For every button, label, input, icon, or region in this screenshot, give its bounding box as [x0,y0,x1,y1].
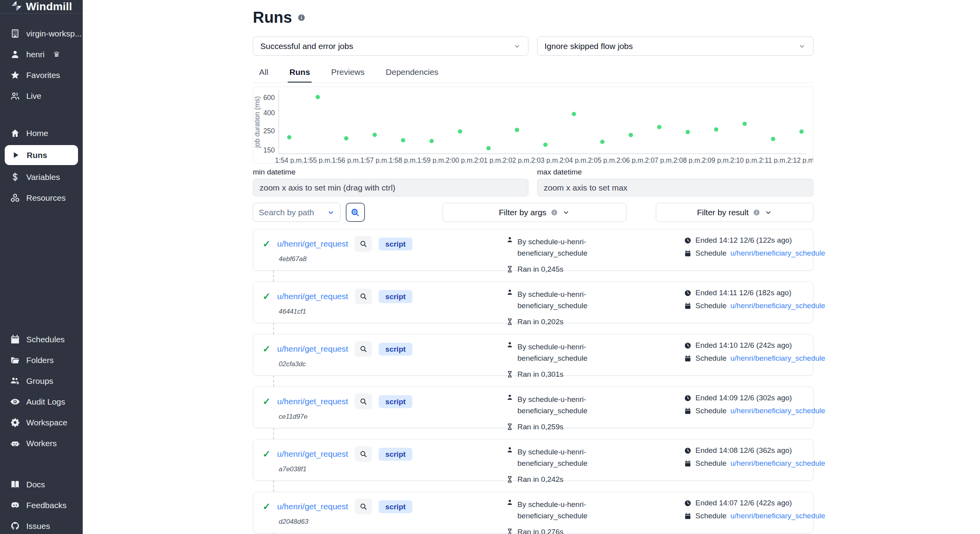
tab-dependencies[interactable]: Dependencies [384,64,440,82]
sidebar-item-runs[interactable]: Runs [5,145,78,165]
svg-text:job duration (ms): job duration (ms) [253,96,261,148]
run-path-link[interactable]: u/henri/get_request [277,449,348,459]
filter-by-args-button[interactable]: Filter by args [443,203,626,222]
run-card-right: Ended 14:07 12/6 (422s ago) Schedule u/h… [684,499,825,534]
sidebar-item-workspace-settings[interactable]: Workspace [0,412,83,433]
audit-logs-label: Audit Logs [26,397,65,407]
folders-label: Folders [26,356,54,365]
brand-header[interactable]: Windmill [0,0,83,14]
sidebar-item-schedules[interactable]: Schedules [0,329,83,350]
run-duration-text: Ran in 0,242s [517,475,563,484]
run-card-left: ✓ u/henri/get_request script d2048d63 [263,499,506,534]
sidebar-item-workspace[interactable]: virgin-worksp... [0,23,83,44]
success-check-icon: ✓ [263,239,270,249]
run-id: ce11d97e [279,413,506,421]
chevron-down-icon [764,209,772,216]
run-card[interactable]: ✓ u/henri/get_request script d2048d63 By… [253,492,813,533]
sidebar-item-live[interactable]: Live [0,85,83,106]
sidebar-item-issues[interactable]: Issues [0,516,83,534]
magnifier-icon [359,450,367,458]
filter-by-result-button[interactable]: Filter by result [656,203,813,222]
run-card[interactable]: ✓ u/henri/get_request script a7e038f1 By… [253,439,813,481]
svg-text:2:08 p.m.: 2:08 p.m. [673,156,702,163]
schedule-path-link[interactable]: u/henri/beneficiary_schedule [730,512,825,520]
search-icon [350,208,360,217]
job-duration-chart[interactable]: 1502504006001:54 p.m.1:55 p.m.1:56 p.m.1… [253,87,813,164]
sidebar-item-docs[interactable]: Docs [0,474,83,495]
resources-label: Resources [26,193,65,203]
job-kind-badge: script [379,238,412,251]
sidebar-item-feedbacks[interactable]: Feedbacks [0,495,83,516]
run-path-link[interactable]: u/henri/get_request [277,344,348,354]
run-id: 4ebf67a8 [279,255,506,263]
schedule-path-link[interactable]: u/henri/beneficiary_schedule [730,302,825,310]
schedule-path-link[interactable]: u/henri/beneficiary_schedule [730,459,825,468]
schedule-path-link[interactable]: u/henri/beneficiary_schedule [730,249,825,258]
brand-name: Windmill [26,0,72,13]
variables-label: Variables [26,173,60,182]
run-card-middle: By schedule-u-henri-beneficiary_schedule… [506,394,684,431]
success-check-icon: ✓ [263,344,270,354]
magnifier-icon [359,503,367,510]
sidebar-item-resources[interactable]: Resources [0,187,83,208]
inspect-run-button[interactable] [355,446,372,462]
sidebar-item-workers[interactable]: Workers [0,433,83,454]
run-path-link[interactable]: u/henri/get_request [277,502,348,511]
ended-text: Ended 14:11 12/6 (182s ago) [695,289,791,297]
skipped-flows-select[interactable]: Ignore skipped flow jobs [537,36,813,56]
schedule-path-link[interactable]: u/henri/beneficiary_schedule [730,407,825,415]
runs-list: ✓ u/henri/get_request script 4ebf67a8 By… [253,229,813,534]
svg-text:1:56 p.m.: 1:56 p.m. [332,156,361,163]
clock-icon [684,342,691,349]
inspect-run-button[interactable] [355,499,372,514]
svg-text:2:12 p.m.: 2:12 p.m. [787,156,813,163]
ended-text: Ended 14:07 12/6 (422s ago) [695,499,792,507]
search-button[interactable] [346,203,365,222]
success-check-icon: ✓ [263,397,270,406]
tab-runs[interactable]: Runs [288,64,312,83]
sidebar-item-groups[interactable]: Groups [0,371,83,391]
inspect-run-button[interactable] [355,289,372,304]
run-path-link[interactable]: u/henri/get_request [277,292,348,301]
search-by-path-select[interactable]: Search by path [253,203,341,222]
sidebar-item-favorites[interactable]: Favorites [0,65,83,85]
run-card-right: Ended 14:10 12/6 (242s ago) Schedule u/h… [684,341,825,379]
hourglass-icon [506,528,514,534]
sidebar-item-home[interactable]: Home [0,123,83,143]
inspect-run-button[interactable] [355,394,372,409]
max-datetime-label: max datetime [537,168,813,176]
tab-all[interactable]: All [258,64,270,82]
run-card-left: ✓ u/henri/get_request script 4ebf67a8 [263,236,506,274]
sidebar-item-folders[interactable]: Folders [0,350,83,371]
job-kind-badge: script [379,448,412,461]
run-card[interactable]: ✓ u/henri/get_request script 02cfa3dc By… [253,334,813,376]
run-path-link[interactable]: u/henri/get_request [277,397,348,406]
run-card-middle: By schedule-u-henri-beneficiary_schedule… [506,289,684,326]
info-icon[interactable] [298,14,305,22]
chevron-down-icon [562,209,570,216]
sidebar-item-user[interactable]: henri ♛ [0,44,83,65]
run-card-left: ✓ u/henri/get_request script ce11d97e [263,394,506,431]
svg-text:400: 400 [263,109,275,117]
run-card[interactable]: ✓ u/henri/get_request script 4ebf67a8 By… [253,229,813,271]
user-icon [506,394,514,401]
run-path-link[interactable]: u/henri/get_request [277,239,348,249]
clock-icon [684,447,691,454]
github-icon [10,521,20,531]
min-datetime-input[interactable] [253,179,528,196]
sidebar-item-audit-logs[interactable]: Audit Logs [0,391,83,412]
schedule-label: Schedule [695,249,726,258]
ended-text: Ended 14:09 12/6 (302s ago) [695,394,792,402]
schedule-path-link[interactable]: u/henri/beneficiary_schedule [730,354,825,363]
run-card[interactable]: ✓ u/henri/get_request script ce11d97e By… [253,387,813,428]
chevron-down-icon [798,42,806,50]
tab-previews[interactable]: Previews [330,64,366,82]
job-kind-select[interactable]: Successful and error jobs [253,36,528,56]
chevron-down-icon [327,209,335,216]
sidebar-item-variables[interactable]: Variables [0,167,83,187]
run-card[interactable]: ✓ u/henri/get_request script 46441cf1 By… [253,282,813,323]
inspect-run-button[interactable] [355,236,372,252]
star-icon [10,70,20,80]
inspect-run-button[interactable] [355,341,372,357]
max-datetime-input[interactable] [537,179,813,196]
